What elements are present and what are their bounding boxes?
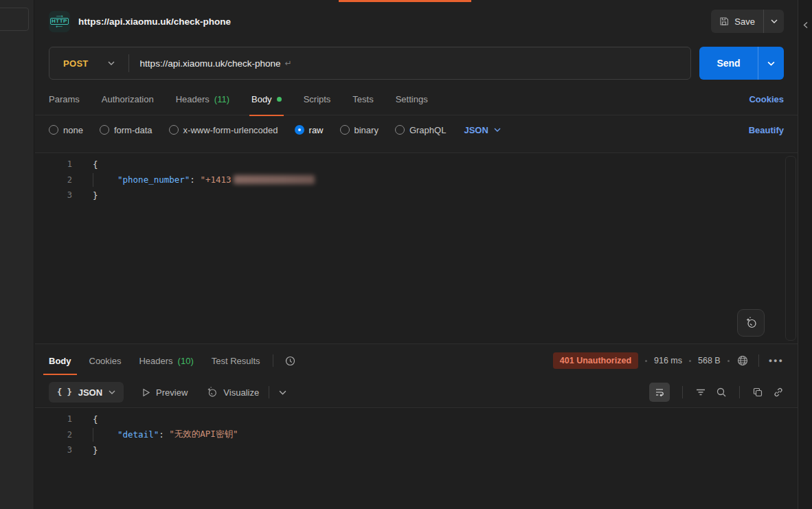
mode-form-data[interactable]: form-data: [100, 125, 153, 135]
response-body-editor[interactable]: 1 { 2 "detail" : "无效的API密钥" 3 }: [35, 407, 798, 509]
json-value-visible: "+1413: [200, 174, 231, 185]
response-format-selector[interactable]: { } JSON: [49, 382, 124, 403]
response-tab-cookies[interactable]: Cookies: [89, 344, 122, 377]
response-tab-test-results[interactable]: Test Results: [212, 344, 260, 377]
request-body-editor[interactable]: 1 { 2 "phone_number" : "+1413 3 }: [35, 152, 798, 343]
save-button[interactable]: Save: [711, 10, 763, 33]
method-selector[interactable]: POST: [49, 47, 128, 79]
mode-none[interactable]: none: [49, 125, 83, 135]
word-wrap-icon[interactable]: [649, 383, 670, 402]
request-workspace: ⟶ HTTP ⟵ https://api.xiaomu.uk/check-pho…: [35, 0, 798, 509]
tab-label: Cookies: [89, 356, 122, 366]
visualize-sparkle-icon: [205, 386, 218, 398]
radio-icon: [169, 125, 179, 135]
json-key: "phone_number": [117, 174, 190, 185]
url-box: POST https://api.xiaomu.uk/check-phone ↵: [49, 47, 691, 80]
language-selector[interactable]: JSON: [464, 125, 500, 135]
copy-icon[interactable]: [752, 387, 763, 398]
radio-icon: [49, 125, 58, 135]
beautify-link[interactable]: Beautify: [749, 125, 784, 135]
mode-label: GraphQL: [409, 125, 446, 135]
code-token: :: [159, 429, 169, 440]
line-number: 1: [35, 159, 78, 169]
filter-icon[interactable]: [695, 387, 706, 398]
cookies-link[interactable]: Cookies: [749, 94, 784, 104]
divider: [758, 354, 759, 367]
response-tab-body[interactable]: Body: [49, 344, 71, 377]
visualize-button[interactable]: Visualize: [205, 386, 259, 398]
visualize-label: Visualize: [223, 387, 259, 398]
mode-label: none: [63, 125, 83, 135]
code-line: 1 {: [35, 157, 798, 172]
method-label: POST: [63, 58, 89, 69]
mode-x-www-form-urlencoded[interactable]: x-www-form-urlencoded: [169, 125, 278, 135]
link-icon[interactable]: [773, 387, 784, 398]
active-app-tab-indicator: [339, 0, 471, 2]
tab-label: Body: [251, 94, 272, 104]
language-label: JSON: [464, 125, 488, 135]
request-title: https://api.xiaomu.uk/check-phone: [78, 16, 231, 27]
preview-play-icon: [142, 388, 150, 397]
send-button[interactable]: Send: [699, 47, 758, 80]
status-badge[interactable]: 401 Unauthorized: [553, 352, 638, 369]
tab-label: Test Results: [212, 356, 260, 366]
radio-icon: [395, 125, 405, 135]
tab-label: Params: [49, 94, 80, 104]
url-input[interactable]: https://api.xiaomu.uk/check-phone: [140, 58, 281, 69]
tab-body[interactable]: Body: [251, 84, 282, 115]
tab-authorization[interactable]: Authorization: [102, 84, 154, 115]
response-size[interactable]: 568 B: [698, 356, 721, 365]
postbot-button[interactable]: [737, 309, 765, 337]
curly-braces-icon: { }: [57, 387, 72, 397]
dot-separator: [689, 360, 691, 362]
indent-guide: [93, 428, 117, 442]
body-modified-dot: [277, 97, 282, 102]
body-mode-row: none form-data x-www-form-urlencoded raw…: [35, 115, 798, 144]
collapse-panel-arrow-icon[interactable]: [801, 21, 810, 30]
more-options-icon[interactable]: ●●●: [769, 357, 784, 364]
mode-graphql[interactable]: GraphQL: [395, 125, 446, 135]
network-globe-icon[interactable]: [736, 354, 749, 367]
line-number: 3: [35, 445, 78, 455]
response-history-icon[interactable]: [284, 355, 296, 367]
search-icon[interactable]: [716, 387, 727, 398]
tab-tests[interactable]: Tests: [352, 84, 373, 115]
response-time[interactable]: 916 ms: [654, 356, 682, 365]
mode-label: form-data: [114, 125, 153, 135]
tab-settings[interactable]: Settings: [396, 84, 428, 115]
line-number: 1: [35, 414, 78, 424]
response-tab-headers[interactable]: Headers (10): [139, 344, 193, 377]
redacted-phone-blur: [234, 175, 315, 184]
chevron-down-icon: [109, 390, 115, 394]
sidebar-collapsed-item[interactable]: [0, 8, 29, 31]
preview-button[interactable]: Preview: [142, 387, 188, 398]
code-line: 2 "detail" : "无效的API密钥": [35, 427, 798, 443]
tab-scripts[interactable]: Scripts: [304, 84, 331, 115]
mode-label: raw: [309, 125, 324, 135]
code-token: {: [93, 159, 98, 170]
tab-headers[interactable]: Headers (11): [176, 84, 229, 115]
json-key: "detail": [117, 429, 159, 440]
editor-scrollbar[interactable]: [785, 156, 796, 341]
code-token: :: [190, 174, 200, 185]
response-toolbar: { } JSON Preview: [35, 377, 798, 407]
save-options-caret[interactable]: [763, 10, 784, 33]
tab-params[interactable]: Params: [49, 84, 80, 115]
mode-label: x-www-form-urlencoded: [183, 125, 278, 135]
code-token: }: [93, 190, 98, 201]
tab-label: Body: [49, 356, 71, 366]
response-panel: Body Cookies Headers (10) Test Results: [35, 343, 798, 509]
send-options-caret[interactable]: [758, 47, 784, 80]
chevron-down-icon: [494, 128, 501, 132]
response-tabs: Body Cookies Headers (10) Test Results: [49, 344, 260, 377]
radio-selected-icon: [295, 125, 304, 135]
mode-raw[interactable]: raw: [295, 125, 324, 135]
chevron-down-icon[interactable]: [279, 390, 286, 395]
divider: [682, 386, 683, 398]
response-meta: 401 Unauthorized 916 ms 568 B ●●●: [553, 352, 784, 369]
divider: [269, 386, 269, 398]
radio-icon: [340, 125, 350, 135]
left-sidebar-strip: [0, 0, 34, 509]
mode-binary[interactable]: binary: [340, 125, 379, 135]
arrow-left-glyph: ⟵: [56, 25, 63, 28]
